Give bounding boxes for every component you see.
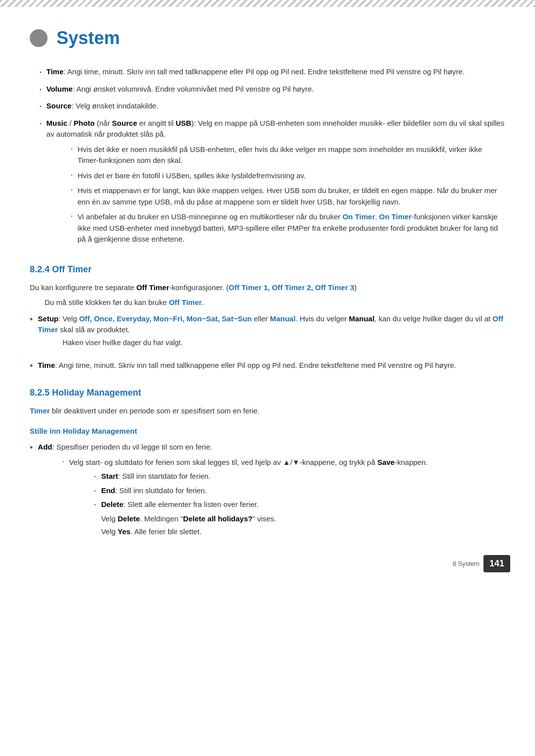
music-term: Music	[47, 119, 68, 127]
page-container: System Time: Angi time, minutt. Skriv in…	[0, 0, 535, 582]
section-824-bullets: • Setup: Velg Off, Once, Everyday, Mon~F…	[30, 313, 505, 373]
haken-note: Haken viser hvilke dager du har valgt.	[62, 338, 505, 349]
content-area: Time: Angi time, minutt. Skriv inn tall …	[30, 66, 505, 547]
sub-item-3: Hvis et mappenavn er for langt, kan ikke…	[71, 185, 505, 207]
add-sub-list: Velg start- og sluttdato for ferien som …	[62, 457, 428, 543]
ontimer-ref1: On Timer	[342, 212, 375, 221]
list-item-source: Source: Velg ønsket inndatakilde.	[30, 101, 505, 112]
music-sub-list: Hvis det ikke er noen musikkfil på USB-e…	[71, 144, 505, 245]
sub-item-2: Hvis det er bare én fotofil i USBen, spi…	[71, 170, 505, 182]
list-item-time: Time: Angi time, minutt. Skriv inn tall …	[30, 66, 505, 78]
section-824-intro: Du kan konfigurere tre separate Off Time…	[30, 282, 505, 294]
dash-delete: Delete: Slett alle elementer fra listen …	[94, 499, 428, 540]
sub-item-1: Hvis det ikke er noen musikkfil på USB-e…	[71, 144, 505, 166]
section-825-bullets: • Add: Spesifiser perioden du vil legge …	[30, 442, 505, 547]
section-824-heading: 8.2.4 Off Timer	[30, 263, 505, 276]
dash-start: Start: Still inn startdato for ferien.	[94, 471, 428, 482]
sub-text-3: Hvis et mappenavn er for langt, kan ikke…	[77, 185, 505, 207]
page-footer: 8 System 141	[453, 555, 510, 572]
usb-ref: USB	[176, 119, 192, 127]
music-sep: /	[67, 119, 74, 127]
sub-item-4: Vi anbefaler at du bruker en USB-minnepi…	[71, 211, 505, 245]
footer-page-number: 141	[483, 555, 510, 572]
delete-note2: Velg Yes. Alle ferier blir slettet.	[101, 526, 276, 538]
section-825-sub-heading: Stille inn Holiday Management	[30, 426, 505, 437]
section-825-heading: 8.2.5 Holiday Management	[30, 386, 505, 400]
dash-end: End: Still inn sluttdato for ferien.	[94, 485, 428, 497]
list-item-music: Music / Photo (når Source er angitt til …	[30, 118, 505, 249]
list-item-volume: Volume: Angi ønsket volumnivå. Endre vol…	[30, 84, 505, 95]
page-icon	[30, 29, 48, 47]
main-bullet-list: Time: Angi time, minutt. Skriv inn tall …	[30, 66, 505, 249]
time-text: : Angi time, minutt. Skriv inn tall med …	[63, 67, 465, 76]
sub-text-4: Vi anbefaler at du bruker en USB-minnepi…	[77, 211, 505, 245]
add-sub-item-note: Velg start- og sluttdato for ferien som …	[62, 457, 428, 543]
photo-term: Photo	[74, 119, 95, 127]
dash-list: Start: Still inn startdato for ferien. E…	[94, 471, 428, 540]
sub-text-2: Hvis det er bare én fotofil i USBen, spi…	[77, 170, 306, 182]
sub4-prefix: Vi anbefaler at du bruker en USB-minnepi…	[77, 212, 342, 221]
824-bullet-time: • Time: Angi time, minutt. Skriv inn tal…	[30, 360, 505, 372]
music-note-prefix: (når	[95, 119, 112, 127]
825-bullet-add: • Add: Spesifiser perioden du vil legge …	[30, 442, 505, 547]
source-text: : Velg ønsket inndatakilde.	[71, 101, 158, 110]
ontimer-ref2: On Timer	[379, 212, 412, 221]
source-ref: Source	[112, 119, 137, 127]
section-824-note: Du må stille klokken før du kan bruke Of…	[45, 297, 505, 308]
time-term: Time	[47, 67, 64, 76]
top-stripe	[0, 0, 535, 7]
section-825-intro: Timer blir deaktivert under en periode s…	[30, 405, 505, 417]
volume-term: Volume	[47, 85, 73, 93]
footer-section-text: 8 System	[453, 559, 480, 569]
music-note-mid: er angitt til	[137, 119, 176, 127]
page-title: System	[56, 25, 120, 51]
sub-text-1: Hvis det ikke er noen musikkfil på USB-e…	[77, 144, 505, 166]
volume-text: : Angi ønsket volumnivå. Endre volumnivå…	[73, 85, 314, 93]
source-term: Source	[47, 101, 72, 110]
delete-note1: Velg Delete. Meldingen "Delete all holid…	[101, 513, 276, 525]
page-header: System	[30, 15, 505, 51]
824-bullet-setup: • Setup: Velg Off, Once, Everyday, Mon~F…	[30, 313, 505, 354]
